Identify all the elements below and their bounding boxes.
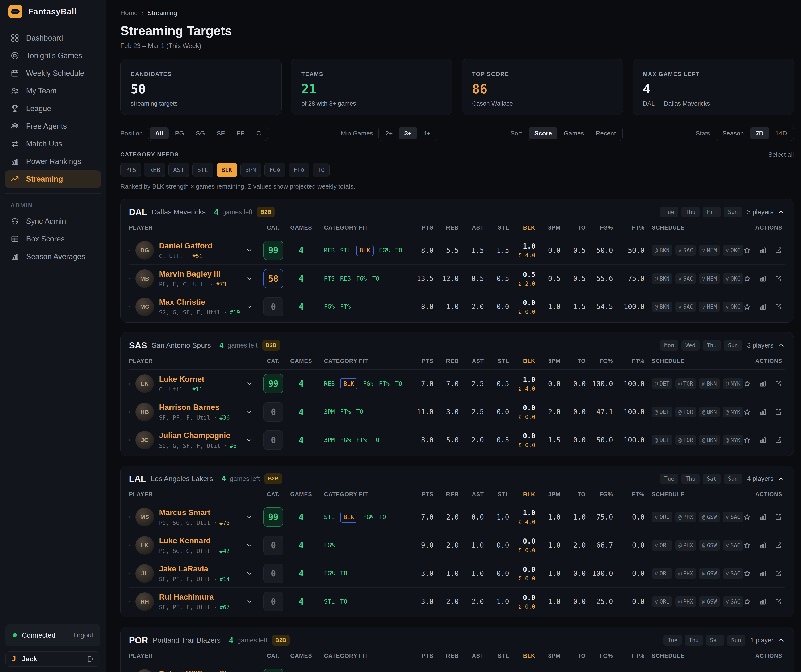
player-name[interactable]: Rui Hachimura xyxy=(159,593,230,601)
favorite-player-button[interactable] xyxy=(743,513,751,521)
player-name[interactable]: Marcus Smart xyxy=(159,508,230,517)
player-stats-button[interactable] xyxy=(759,379,767,388)
sort-option[interactable]: Score xyxy=(529,127,557,140)
player-name[interactable]: Daniel Gafford xyxy=(159,241,212,250)
player-name[interactable]: Robert Williams III xyxy=(159,670,226,672)
open-player-button[interactable] xyxy=(775,436,782,445)
collapse-team-button[interactable] xyxy=(777,341,785,350)
collapse-team-button[interactable] xyxy=(777,208,785,216)
category-chip[interactable]: FG% xyxy=(264,163,285,177)
sidebar-item-sync-admin[interactable]: Sync Admin xyxy=(5,212,101,230)
stats-range-option[interactable]: 14D xyxy=(770,127,792,140)
stats-range-option[interactable]: 7D xyxy=(750,127,769,140)
expand-row-button[interactable] xyxy=(246,275,253,282)
player-name[interactable]: Luke Kennard xyxy=(159,536,230,545)
favorite-player-button[interactable] xyxy=(743,302,751,311)
min-games-option[interactable]: 4+ xyxy=(418,127,436,140)
collapse-team-button[interactable] xyxy=(777,474,785,483)
sidebar-item-power-rankings[interactable]: Power Rankings xyxy=(5,153,101,170)
logout-button[interactable]: Logout xyxy=(73,632,93,639)
position-option[interactable]: SG xyxy=(190,127,210,140)
position-option[interactable]: PG xyxy=(169,127,190,140)
sidebar-item-dashboard[interactable]: Dashboard xyxy=(5,29,101,47)
expand-row-button[interactable] xyxy=(246,380,253,387)
expand-row-button[interactable] xyxy=(246,408,253,416)
category-chip[interactable]: BLK xyxy=(217,163,237,177)
player-stats-button[interactable] xyxy=(759,597,767,606)
logout-icon[interactable] xyxy=(86,655,94,663)
category-chip[interactable]: 3PM xyxy=(240,163,261,177)
open-player-button[interactable] xyxy=(775,569,782,578)
expand-row-button[interactable] xyxy=(246,437,253,444)
open-player-button[interactable] xyxy=(775,274,782,283)
position-option[interactable]: PF xyxy=(231,127,250,140)
sidebar-item-season-averages[interactable]: Season Averages xyxy=(5,248,101,265)
expand-row-button[interactable] xyxy=(246,513,253,521)
open-player-button[interactable] xyxy=(775,513,782,521)
player-stats-button[interactable] xyxy=(759,408,767,416)
position-option[interactable]: C xyxy=(251,127,266,140)
player-stats-button[interactable] xyxy=(759,274,767,283)
favorite-player-button[interactable] xyxy=(743,569,751,578)
open-player-button[interactable] xyxy=(775,379,782,388)
open-player-button[interactable] xyxy=(775,408,782,416)
sidebar-item-box-scores[interactable]: Box Scores xyxy=(5,230,101,248)
open-player-button[interactable] xyxy=(775,541,782,550)
sidebar-item-match-ups[interactable]: Match Ups xyxy=(5,135,101,153)
favorite-player-button[interactable] xyxy=(743,274,751,283)
player-stats-button[interactable] xyxy=(759,569,767,578)
stat-value: 66.7 xyxy=(588,541,615,549)
sort-option[interactable]: Recent xyxy=(590,127,621,140)
sidebar-item-streaming[interactable]: Streaming xyxy=(5,170,101,188)
category-chip[interactable]: STL xyxy=(192,163,213,177)
select-all-button[interactable]: Select all xyxy=(768,151,794,158)
expand-row-button[interactable] xyxy=(246,598,253,605)
category-chip[interactable]: FT% xyxy=(289,163,309,177)
favorite-player-button[interactable] xyxy=(743,541,751,550)
stats-range-option[interactable]: Season xyxy=(717,127,750,140)
position-option[interactable]: All xyxy=(150,127,169,140)
column-header: CATEGORY FIT xyxy=(315,653,410,659)
player-stats-button[interactable] xyxy=(759,513,767,521)
breadcrumb-home[interactable]: Home xyxy=(120,9,138,17)
category-chip[interactable]: PTS xyxy=(120,163,141,177)
sidebar-item-free-agents[interactable]: Free Agents xyxy=(5,117,101,135)
player-stats-button[interactable] xyxy=(759,246,767,255)
player-stats-button[interactable] xyxy=(759,541,767,550)
open-player-button[interactable] xyxy=(775,302,782,311)
category-chip[interactable]: AST xyxy=(169,163,189,177)
player-name[interactable]: Marvin Bagley III xyxy=(159,270,227,278)
open-player-button[interactable] xyxy=(775,597,782,606)
favorite-player-button[interactable] xyxy=(743,246,751,255)
player-name[interactable]: Luke Kornet xyxy=(159,375,204,384)
favorite-player-button[interactable] xyxy=(743,597,751,606)
min-games-option[interactable]: 3+ xyxy=(399,127,417,140)
player-name[interactable]: Jake LaRavia xyxy=(159,564,230,573)
expand-row-button[interactable] xyxy=(246,247,253,254)
favorite-player-button[interactable] xyxy=(743,379,751,388)
expand-row-button[interactable] xyxy=(246,542,253,549)
open-player-button[interactable] xyxy=(775,246,782,255)
player-name[interactable]: Max Christie xyxy=(159,298,240,307)
sidebar-item-weekly-schedule[interactable]: Weekly Schedule xyxy=(5,64,101,82)
sort-option[interactable]: Games xyxy=(558,127,590,140)
sidebar-item-league[interactable]: League xyxy=(5,100,101,117)
expand-row-button[interactable] xyxy=(246,303,253,310)
player-name[interactable]: Julian Champagnie xyxy=(159,431,237,440)
category-fit-chip: STL xyxy=(324,514,335,521)
min-games-option[interactable]: 2+ xyxy=(380,127,398,140)
favorite-player-button[interactable] xyxy=(743,436,751,445)
user-card[interactable]: J Jack xyxy=(5,651,100,667)
sidebar-item-tonights-games[interactable]: Tonight's Games xyxy=(5,47,101,64)
category-chip[interactable]: REB xyxy=(144,163,165,177)
player-name[interactable]: Harrison Barnes xyxy=(159,403,230,412)
player-stats-button[interactable] xyxy=(759,436,767,445)
sidebar-item-my-team[interactable]: My Team xyxy=(5,82,101,100)
collapse-team-button[interactable] xyxy=(777,636,785,645)
expand-row-button[interactable] xyxy=(246,570,253,577)
category-chip[interactable]: TO xyxy=(312,163,330,177)
favorite-player-button[interactable] xyxy=(743,408,751,416)
position-option[interactable]: SF xyxy=(211,127,230,140)
brand: FantasyBall xyxy=(0,0,106,23)
player-stats-button[interactable] xyxy=(759,302,767,311)
